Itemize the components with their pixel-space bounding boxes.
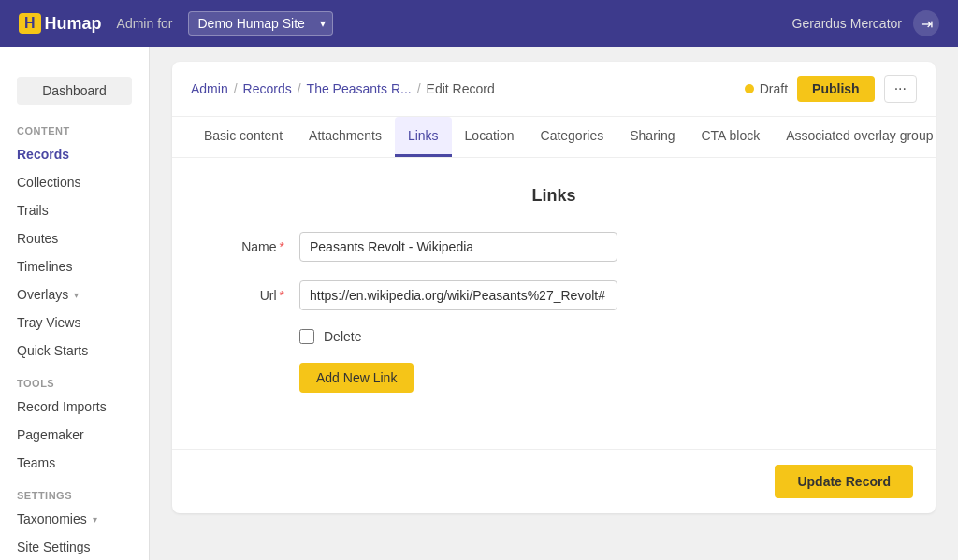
sidebar-item-routes[interactable]: Routes	[0, 224, 149, 252]
navbar-left: H Humap Admin for Demo Humap Site	[19, 11, 333, 36]
navbar-right: Gerardus Mercator ⇥	[792, 10, 939, 36]
name-input[interactable]	[299, 232, 617, 262]
add-link-section: Add New Link	[299, 363, 898, 393]
draft-dot	[745, 84, 754, 93]
sidebar-item-timelines[interactable]: Timelines	[0, 252, 149, 280]
url-input[interactable]	[299, 280, 617, 310]
logo-text: Humap	[45, 14, 102, 34]
sidebar-item-collections[interactable]: Collections	[0, 168, 149, 196]
sidebar-collections-label: Collections	[17, 175, 80, 190]
sidebar-quick-starts-label: Quick Starts	[17, 343, 88, 358]
breadcrumb-records[interactable]: Records	[243, 81, 292, 96]
publish-button[interactable]: Publish	[797, 76, 875, 102]
sidebar: Dashboard CONTENT Records Collections Tr…	[0, 47, 150, 560]
section-title: Links	[210, 186, 898, 206]
tab-basic-content[interactable]: Basic content	[191, 117, 296, 157]
sidebar-item-record-imports[interactable]: Record Imports	[0, 393, 149, 421]
sidebar-site-settings-label: Site Settings	[17, 539, 91, 554]
breadcrumb: Admin / Records / The Peasants R... / Ed…	[191, 81, 495, 96]
tab-categories[interactable]: Categories	[528, 117, 617, 157]
more-button[interactable]: ···	[884, 75, 917, 103]
tab-associated-overlay-group[interactable]: Associated overlay group	[773, 117, 946, 157]
navbar: H Humap Admin for Demo Humap Site Gerard…	[0, 0, 958, 47]
breadcrumb-admin[interactable]: Admin	[191, 81, 228, 96]
delete-checkbox[interactable]	[299, 329, 314, 344]
sidebar-tray-views-label: Tray Views	[17, 315, 80, 330]
sidebar-overlays-label: Overlays	[17, 287, 68, 302]
delete-row: Delete	[299, 329, 898, 344]
sidebar-item-overlays[interactable]: Overlays ▾	[0, 280, 149, 309]
content-section-label: CONTENT	[0, 112, 149, 140]
sidebar-item-trails[interactable]: Trails	[0, 196, 149, 224]
breadcrumb-current: Edit Record	[427, 81, 495, 96]
settings-section-label: SETTINGS	[0, 477, 149, 505]
sidebar-records-label: Records	[17, 147, 69, 162]
breadcrumb-record-name[interactable]: The Peasants R...	[307, 81, 412, 96]
sidebar-item-quick-starts[interactable]: Quick Starts	[0, 337, 149, 365]
draft-badge: Draft	[745, 81, 788, 96]
site-selector-wrap: Demo Humap Site	[188, 11, 333, 36]
tab-location[interactable]: Location	[452, 117, 528, 157]
update-record-button[interactable]: Update Record	[775, 465, 913, 498]
add-new-link-button[interactable]: Add New Link	[299, 363, 414, 393]
overlays-chevron: ▾	[74, 290, 79, 300]
dashboard-button[interactable]: Dashboard	[17, 77, 132, 105]
name-row: Name*	[210, 232, 898, 262]
sidebar-routes-label: Routes	[17, 231, 58, 246]
sidebar-item-records[interactable]: Records	[0, 140, 149, 168]
name-label: Name*	[210, 232, 284, 254]
logo: H Humap	[19, 13, 102, 34]
taxonomies-chevron: ▾	[93, 514, 97, 524]
header-actions: Draft Publish ···	[745, 75, 917, 103]
tools-section-label: TOOLS	[0, 365, 149, 393]
tab-attachments[interactable]: Attachments	[296, 117, 395, 157]
sidebar-trails-label: Trails	[17, 203, 49, 218]
main-content: Admin / Records / The Peasants R... / Ed…	[150, 47, 958, 560]
sidebar-taxonomies-label: Taxonomies	[17, 511, 87, 526]
sidebar-timelines-label: Timelines	[17, 259, 72, 274]
tab-cta-block[interactable]: CTA block	[688, 117, 773, 157]
breadcrumb-sep-1: /	[234, 81, 238, 96]
sidebar-teams-label: Teams	[17, 455, 55, 470]
draft-label: Draft	[760, 81, 788, 96]
card-footer: Update Record	[172, 449, 936, 513]
sidebar-pagemaker-label: Pagemaker	[17, 427, 84, 442]
card-header: Admin / Records / The Peasants R... / Ed…	[172, 62, 936, 117]
delete-label[interactable]: Delete	[324, 329, 361, 344]
user-name: Gerardus Mercator	[792, 16, 902, 31]
tab-sharing[interactable]: Sharing	[617, 117, 688, 157]
sidebar-item-site-settings[interactable]: Site Settings	[0, 533, 149, 560]
breadcrumb-sep-3: /	[417, 81, 421, 96]
url-label: Url*	[210, 280, 284, 303]
layout: Dashboard CONTENT Records Collections Tr…	[0, 47, 958, 560]
form-body: Links Name* Url*	[172, 158, 936, 449]
breadcrumb-sep-2: /	[298, 81, 301, 96]
tab-links[interactable]: Links	[395, 117, 452, 157]
sidebar-item-taxonomies[interactable]: Taxonomies ▾	[0, 505, 149, 533]
site-selector[interactable]: Demo Humap Site	[188, 11, 333, 36]
sidebar-item-pagemaker[interactable]: Pagemaker	[0, 421, 149, 449]
tabs: Basic content Attachments Links Location…	[172, 117, 936, 158]
sidebar-item-tray-views[interactable]: Tray Views	[0, 309, 149, 337]
logout-icon[interactable]: ⇥	[913, 10, 939, 36]
sidebar-item-teams[interactable]: Teams	[0, 449, 149, 477]
sidebar-record-imports-label: Record Imports	[17, 399, 107, 414]
admin-for-label: Admin for	[117, 16, 173, 31]
url-row: Url*	[210, 280, 898, 310]
logo-icon: H	[19, 13, 41, 34]
edit-record-card: Admin / Records / The Peasants R... / Ed…	[172, 62, 936, 513]
